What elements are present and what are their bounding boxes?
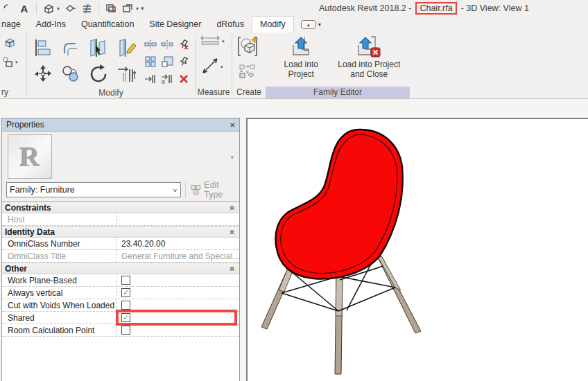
scale-icon[interactable] (159, 55, 175, 68)
property-row-host: Host (2, 213, 239, 226)
cut-geometry-icon[interactable]: ▾ (3, 57, 18, 68)
aligned-dimension-dropdown-icon[interactable]: ▾ (220, 64, 223, 70)
delete-icon[interactable] (176, 72, 191, 85)
quick-access-toolbar: A ▾ ▾ ▾ (0, 0, 144, 17)
ribbon: ▾ ry (0, 33, 588, 99)
copy-icon[interactable] (58, 61, 84, 87)
align-icon[interactable] (30, 35, 56, 61)
host-label: Host (2, 213, 117, 225)
family-thumbnail: R (8, 134, 52, 179)
close-hidden-windows-icon[interactable] (105, 2, 117, 15)
tab-drofus[interactable]: dRofus (209, 17, 252, 33)
panel-create: Create (232, 33, 266, 98)
chair-3d-model (248, 119, 588, 381)
work-plane-based-label: Work Plane-Based (2, 274, 117, 286)
paint-icon[interactable] (3, 37, 17, 51)
array-icon[interactable] (143, 55, 158, 68)
group-header-other[interactable]: Other « (2, 263, 239, 274)
shared-checkbox[interactable]: ✓ (121, 313, 130, 322)
room-calculation-point-checkbox[interactable] (121, 326, 130, 335)
property-row-work-plane-based: Work Plane-Based (2, 274, 239, 287)
thin-lines-icon[interactable] (80, 2, 93, 15)
qat-customize-icon[interactable]: ▾ (141, 5, 144, 12)
load-into-project-and-close-button[interactable]: Load into Project and Close (336, 35, 404, 79)
switch-windows-dropdown-icon[interactable]: ▾ (136, 6, 139, 12)
ribbon-tab-row: nage Add-Ins Quantification Site Designe… (0, 17, 588, 33)
section-icon[interactable] (64, 2, 76, 15)
cut-with-voids-label: Cut with Voids When Loaded (2, 299, 117, 311)
load-into-project-button[interactable]: Load into Project (273, 35, 330, 79)
always-vertical-checkbox[interactable]: ✓ (121, 288, 130, 297)
trim-extend-single-icon[interactable] (143, 72, 158, 85)
panel-modify-label[interactable]: Modify (27, 87, 195, 98)
panel-measure-label[interactable]: Measure (196, 87, 232, 98)
create-group-icon[interactable] (236, 35, 259, 60)
measure-icon[interactable] (200, 35, 220, 47)
panel-family-editor: Load into Project Load into Project and … (266, 33, 410, 98)
group-constraints-label: Constraints (5, 203, 51, 213)
drawing-view[interactable] (246, 118, 588, 381)
partial-sync-icon[interactable] (1, 2, 14, 15)
title-suffix: - 3D View: View 1 (461, 3, 529, 13)
move-icon[interactable] (30, 61, 56, 87)
family-type-combobox[interactable]: Family: Furniture ∨ (6, 182, 181, 197)
property-row-omniclass-title: OmniClass Title General Furniture and Sp… (2, 250, 239, 263)
trim-corner-icon[interactable] (85, 35, 112, 61)
omniclass-number-value[interactable]: 23.40.20.00 (117, 238, 239, 249)
edit-type-button[interactable]: Edit Type (185, 181, 236, 198)
ribbon-state-toggle[interactable]: ▲ ▾ (301, 20, 321, 29)
title-bar: A ▾ ▾ ▾ Autodesk Revit 2018.2 - Chair.rf… (0, 0, 588, 17)
load-into-project-and-close-label[interactable]: Load into Project and Close (336, 60, 404, 79)
ribbon-minimize-icon[interactable]: ▲ (301, 20, 316, 29)
measure-dropdown-icon[interactable]: ▾ (222, 39, 225, 44)
workspace: Properties × R ▾ Family: Furniture ∨ Edi… (0, 100, 588, 381)
property-row-omniclass-number: OmniClass Number 23.40.20.00 (2, 238, 239, 250)
offset-icon[interactable] (58, 35, 84, 61)
shared-label: Shared (2, 312, 117, 324)
properties-title-bar[interactable]: Properties × (2, 118, 239, 132)
trim-extend-edit-icon[interactable] (113, 35, 139, 61)
rotate-icon[interactable] (85, 61, 112, 87)
trim-extend-corner-icon[interactable] (113, 61, 139, 87)
edit-type-icon (191, 184, 201, 195)
split-element-icon[interactable] (143, 37, 158, 51)
work-plane-based-checkbox[interactable] (121, 276, 130, 285)
pin-icon[interactable] (176, 55, 191, 68)
always-vertical-label: Always vertical (2, 287, 117, 299)
aligned-dimension-icon[interactable] (201, 57, 219, 77)
panel-geometry-partial: ▾ ry (0, 33, 26, 98)
trim-extend-multiple-icon[interactable] (159, 72, 175, 85)
group-header-constraints[interactable]: Constraints « (2, 202, 239, 213)
create-similar-icon[interactable] (239, 64, 257, 81)
group-header-identity-data[interactable]: Identity Data « (2, 226, 239, 238)
panel-create-label[interactable]: Create (232, 87, 266, 98)
panel-geometry-label: ry (0, 87, 26, 98)
close-icon[interactable]: × (230, 121, 235, 130)
omniclass-number-label: OmniClass Number (2, 238, 117, 249)
qat-separator (98, 3, 99, 14)
cut-with-voids-checkbox[interactable] (121, 301, 130, 310)
switch-windows-icon[interactable] (121, 2, 134, 15)
tab-manage-partial[interactable]: nage (0, 17, 28, 33)
tab-modify[interactable]: Modify (252, 16, 294, 33)
split-with-gap-icon[interactable] (159, 37, 175, 51)
type-preview-area: R ▾ (2, 132, 239, 181)
panel-modify: Modify (27, 33, 195, 98)
host-value (117, 213, 239, 225)
combobox-chevron-icon[interactable]: ∨ (173, 187, 178, 193)
default-3d-view-icon[interactable] (42, 2, 55, 15)
property-row-always-vertical: Always vertical ✓ (2, 287, 239, 299)
ribbon-state-dropdown-icon[interactable]: ▾ (318, 21, 321, 28)
type-selector-dropdown-icon[interactable]: ▾ (230, 154, 234, 161)
unpin-icon[interactable] (176, 37, 191, 51)
collapse-chevron-icon[interactable]: « (228, 266, 238, 271)
text-icon[interactable]: A (18, 2, 31, 15)
panel-family-editor-label[interactable]: Family Editor (266, 87, 410, 98)
collapse-chevron-icon[interactable]: « (228, 205, 238, 210)
tab-add-ins[interactable]: Add-Ins (28, 17, 74, 33)
tab-site-designer[interactable]: Site Designer (141, 17, 209, 33)
default-3d-view-dropdown-icon[interactable]: ▾ (57, 6, 60, 12)
tab-quantification[interactable]: Quantification (74, 17, 141, 33)
collapse-chevron-icon[interactable]: « (228, 229, 238, 234)
load-into-project-label[interactable]: Load into Project (273, 60, 330, 79)
